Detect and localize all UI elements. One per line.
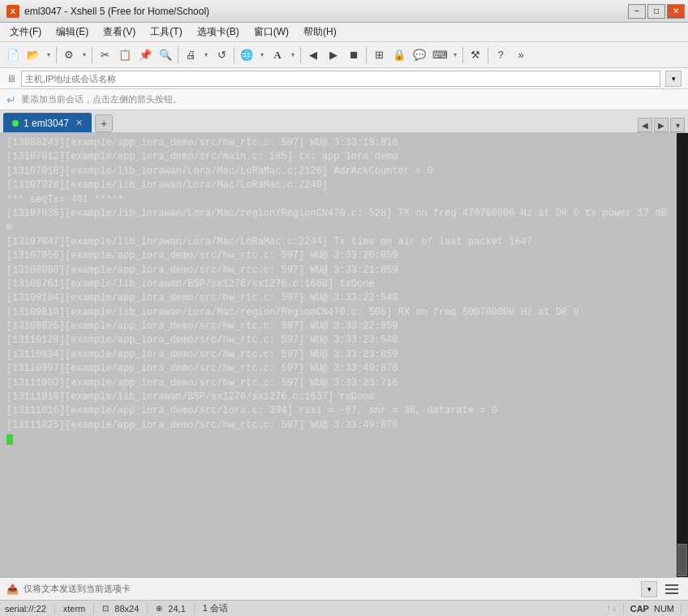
menu-file[interactable]: 文件(F) <box>3 24 48 41</box>
tab-nav: ◀ ▶ ▾ <box>638 118 685 132</box>
find-button[interactable]: 🔍 <box>156 45 175 65</box>
new-session-button[interactable]: 📄 <box>3 45 23 65</box>
status-sessions: 1 会话 <box>203 602 228 614</box>
status-serial: serial://:22 <box>5 604 46 614</box>
refresh-button[interactable]: ↺ <box>212 45 231 65</box>
close-button[interactable]: ✕ <box>667 4 685 19</box>
paste-button[interactable]: 📌 <box>135 45 155 65</box>
menu-tabs[interactable]: 选项卡(B) <box>191 24 246 41</box>
status-bar: serial://:22 xterm ⊡ 88x24 ⊕ 24,1 1 会话 ↑… <box>0 600 688 616</box>
font-dropdown[interactable]: ▾ <box>288 45 298 65</box>
toolbar-sep-5 <box>300 47 301 63</box>
title-bar-controls: − □ ✕ <box>628 4 685 19</box>
stop-button[interactable]: ⏹ <box>344 45 363 65</box>
terminal-output[interactable]: [13080243][example/app_lora_demo/src/hw_… <box>0 133 677 577</box>
tab-prev-button[interactable]: ◀ <box>638 118 652 132</box>
open-button[interactable]: 📂 <box>24 45 43 65</box>
terminal-line: [13108761][example/lib_lorawan/BSP/sx127… <box>6 278 670 291</box>
config-button[interactable]: ⚒ <box>466 45 485 65</box>
terminal-line: [13111010][example/lib_lorawan/BSP/sx127… <box>6 390 670 404</box>
status-arrows: ↑ ↓ <box>607 604 617 613</box>
cut-button[interactable]: ✂ <box>95 45 114 65</box>
active-tab[interactable]: 1 eml3047 ✕ <box>3 113 92 132</box>
web-dropdown[interactable]: ▾ <box>257 45 267 65</box>
terminal-line: [13109104][example/app_lora_demo/src/hw_… <box>6 291 670 305</box>
terminal-cursor <box>6 434 13 445</box>
menu-tools[interactable]: 工具(T) <box>144 24 188 41</box>
terminal-line: [13080243][example/app_lora_demo/src/hw_… <box>6 136 670 150</box>
settings-button[interactable]: ⚙ <box>59 45 79 65</box>
arrow-down-button[interactable]: ↓ <box>613 604 617 613</box>
back-button[interactable]: ◀ <box>303 45 323 65</box>
send-bar-dropdown[interactable]: ▾ <box>641 581 657 597</box>
help-button[interactable]: ? <box>491 45 510 65</box>
terminal-line: [13107036][example/lib_lorawan/Lora/Mac/… <box>6 207 670 235</box>
scrollbar-thumb[interactable] <box>677 544 687 576</box>
status-div-2 <box>93 603 94 614</box>
terminal-line: [13107028][example/lib_lorawan/Lora/Mac/… <box>6 179 670 192</box>
keyboard-button[interactable]: ⌨ <box>430 45 449 65</box>
status-dimensions: ⊡ 88x24 <box>102 604 139 614</box>
hamburger-line-3 <box>665 592 678 594</box>
toolbar: 📄 📂 ▾ ⚙ ▾ ✂ 📋 📌 🔍 🖨 ▾ ↺ 🌐 ▾ A ▾ ◀ ▶ ⏹ ⊞ … <box>0 42 688 68</box>
tab-status-dot <box>12 120 19 127</box>
lock-button[interactable]: 🔒 <box>389 45 409 65</box>
terminal-section: [13080243][example/app_lora_demo/src/hw_… <box>0 133 688 577</box>
tab-next-button[interactable]: ▶ <box>654 118 669 132</box>
new-tab-button[interactable]: + <box>95 114 113 132</box>
terminal-line: [13110997][example/app_lora_demo/src/hw_… <box>6 362 670 376</box>
hamburger-line-1 <box>665 584 678 586</box>
web-button[interactable]: 🌐 <box>237 45 256 65</box>
font-button[interactable]: A <box>268 45 287 65</box>
keyboard-dropdown[interactable]: ▾ <box>450 45 460 65</box>
send-bar-menu-button[interactable] <box>662 579 682 599</box>
toolbar-more[interactable]: » <box>511 45 531 65</box>
send-icon: 📤 <box>6 584 19 595</box>
status-position: ⊕ 24,1 <box>156 604 185 614</box>
menu-edit[interactable]: 编辑(E) <box>49 24 95 41</box>
send-bar: 📤 仅将文本发送到当前选项卡 ▾ <box>0 577 688 600</box>
terminal-cursor-line <box>6 433 670 446</box>
print-dropdown[interactable]: ▾ <box>201 45 211 65</box>
print-button[interactable]: 🖨 <box>181 45 200 65</box>
menu-bar: 文件(F) 编辑(E) 查看(V) 工具(T) 选项卡(B) 窗口(W) 帮助(… <box>0 23 688 42</box>
status-termtype: xterm <box>63 604 86 614</box>
minimize-button[interactable]: − <box>628 4 646 19</box>
app-icon: X <box>6 5 19 18</box>
toolbar-sep-6 <box>366 47 367 63</box>
forward-button[interactable]: ▶ <box>324 45 343 65</box>
menu-help[interactable]: 帮助(H) <box>297 24 343 41</box>
terminal-line: [13108080][example/app_lora_demo/src/hw_… <box>6 264 670 278</box>
hamburger-line-2 <box>665 588 678 590</box>
arrow-up-button[interactable]: ↑ <box>607 604 611 613</box>
address-input[interactable] <box>21 71 660 87</box>
settings-dropdown[interactable]: ▾ <box>80 45 89 65</box>
terminal-line: [13107012][example/app_lora_demo/src/mai… <box>6 150 670 164</box>
terminal-line: [13109810][example/lib_lorawan/Lora/Mac/… <box>6 306 670 320</box>
terminal-line: [13111016][example/app_lora_demo/src/lor… <box>6 404 670 418</box>
toolbar-sep-4 <box>234 47 234 63</box>
menu-window[interactable]: 窗口(W) <box>247 24 295 41</box>
tabs-bar: 1 eml3047 ✕ + ◀ ▶ ▾ <box>0 110 688 133</box>
terminal-line: [13110128][example/app_lora_demo/src/hw_… <box>6 334 670 347</box>
terminal-scrollbar[interactable] <box>677 133 688 577</box>
address-dropdown[interactable]: ▾ <box>665 71 682 87</box>
terminal-line: [13111025][example/app_lora_demo/src/hw_… <box>6 419 670 433</box>
status-div-5 <box>623 603 624 614</box>
menu-view[interactable]: 查看(V) <box>97 24 142 41</box>
session-hint-text: 要添加当前会话，点击左侧的箭头按钮。 <box>21 93 182 106</box>
chat-button[interactable]: 💬 <box>410 45 429 65</box>
copy-button[interactable]: 📋 <box>115 45 135 65</box>
status-div-6 <box>681 603 682 614</box>
toolbar-sep-8 <box>488 47 488 63</box>
status-div-4 <box>194 603 195 614</box>
tab-close-button[interactable]: ✕ <box>75 118 83 128</box>
status-right: ↑ ↓ CAP NUM <box>607 603 683 614</box>
toolbar-sep-2 <box>92 47 92 63</box>
terminal-line: [13107047][example/lib_lorawan/Lora/Mac/… <box>6 235 670 249</box>
tab-menu-button[interactable]: ▾ <box>670 118 685 132</box>
layout-button[interactable]: ⊞ <box>369 45 389 65</box>
maximize-button[interactable]: □ <box>647 4 665 19</box>
title-bar-left: X eml3047 - Xshell 5 (Free for Home/Scho… <box>6 5 209 18</box>
open-dropdown[interactable]: ▾ <box>44 45 54 65</box>
